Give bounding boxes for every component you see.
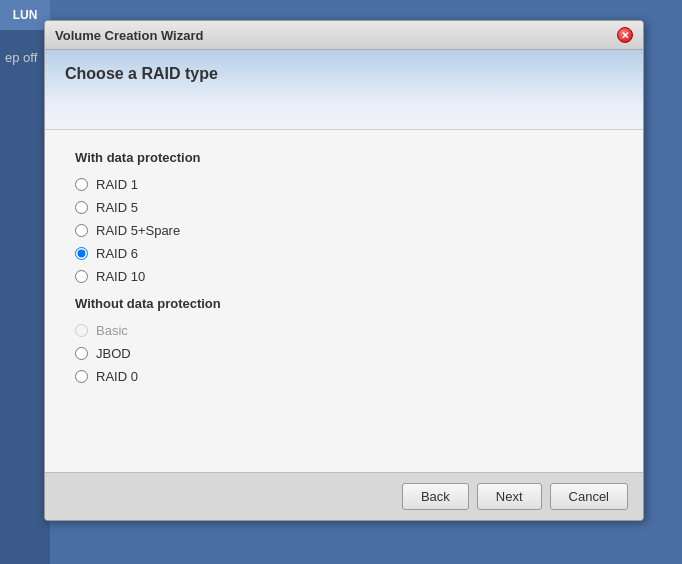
sidebar: LUN ep off bbox=[0, 0, 50, 564]
dialog-footer: Back Next Cancel bbox=[45, 472, 643, 520]
jbod-radio[interactable] bbox=[75, 347, 88, 360]
raid0-label: RAID 0 bbox=[96, 369, 138, 384]
back-button[interactable]: Back bbox=[402, 483, 469, 510]
jbod-label: JBOD bbox=[96, 346, 131, 361]
jbod-option[interactable]: JBOD bbox=[75, 346, 613, 361]
raid5spare-label: RAID 5+Spare bbox=[96, 223, 180, 238]
raid0-radio[interactable] bbox=[75, 370, 88, 383]
raid5-radio[interactable] bbox=[75, 201, 88, 214]
raid6-label: RAID 6 bbox=[96, 246, 138, 261]
raid1-option[interactable]: RAID 1 bbox=[75, 177, 613, 192]
dialog-header: Choose a RAID type bbox=[45, 50, 643, 130]
dialog-body: With data protection RAID 1 RAID 5 RAID … bbox=[45, 130, 643, 412]
next-button[interactable]: Next bbox=[477, 483, 542, 510]
sidebar-epoff-label: ep off bbox=[5, 50, 37, 65]
dialog-overlay: Volume Creation Wizard ✕ Choose a RAID t… bbox=[44, 20, 644, 550]
raid10-label: RAID 10 bbox=[96, 269, 145, 284]
raid1-radio[interactable] bbox=[75, 178, 88, 191]
dialog-titlebar: Volume Creation Wizard ✕ bbox=[45, 21, 643, 50]
raid10-option[interactable]: RAID 10 bbox=[75, 269, 613, 284]
raid5-label: RAID 5 bbox=[96, 200, 138, 215]
raid1-label: RAID 1 bbox=[96, 177, 138, 192]
close-button[interactable]: ✕ bbox=[617, 27, 633, 43]
dialog-title: Volume Creation Wizard bbox=[55, 28, 203, 43]
raid5spare-option[interactable]: RAID 5+Spare bbox=[75, 223, 613, 238]
dialog-header-title: Choose a RAID type bbox=[65, 65, 623, 83]
with-protection-title: With data protection bbox=[75, 150, 613, 165]
without-protection-title: Without data protection bbox=[75, 296, 613, 311]
body-spacer bbox=[45, 412, 643, 472]
volume-creation-dialog: Volume Creation Wizard ✕ Choose a RAID t… bbox=[44, 20, 644, 521]
raid5spare-radio[interactable] bbox=[75, 224, 88, 237]
sidebar-lun-label: LUN bbox=[13, 8, 38, 22]
raid6-radio[interactable] bbox=[75, 247, 88, 260]
basic-option[interactable]: Basic bbox=[75, 323, 613, 338]
cancel-button[interactable]: Cancel bbox=[550, 483, 628, 510]
raid6-option[interactable]: RAID 6 bbox=[75, 246, 613, 261]
raid10-radio[interactable] bbox=[75, 270, 88, 283]
basic-label: Basic bbox=[96, 323, 128, 338]
raid0-option[interactable]: RAID 0 bbox=[75, 369, 613, 384]
basic-radio[interactable] bbox=[75, 324, 88, 337]
raid5-option[interactable]: RAID 5 bbox=[75, 200, 613, 215]
